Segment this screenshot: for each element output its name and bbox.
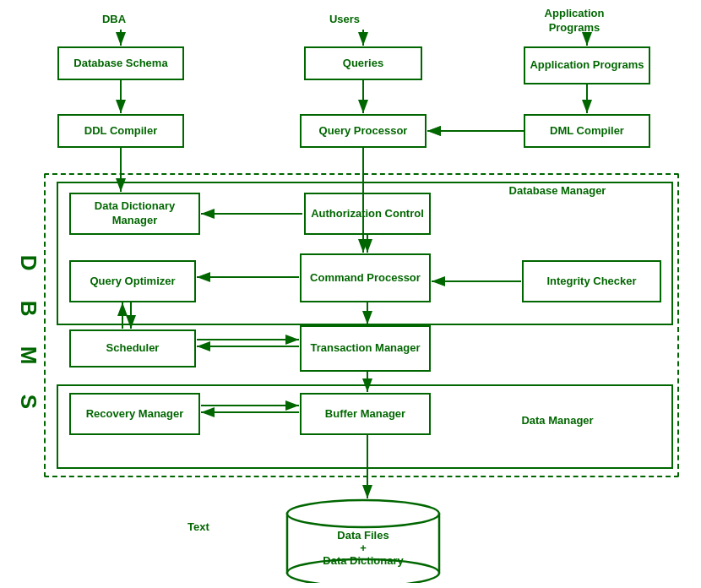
app-programs-top-label: Application Programs xyxy=(524,7,625,35)
queries-box: Queries xyxy=(304,46,422,80)
recovery-manager-box: Recovery Manager xyxy=(69,393,200,435)
data-dict-manager-box: Data Dictionary Manager xyxy=(69,193,200,235)
users-label: Users xyxy=(311,13,378,25)
query-optimizer-box: Query Optimizer xyxy=(69,260,196,302)
scheduler-box: Scheduler xyxy=(69,329,196,368)
svg-text:Data Dictionary: Data Dictionary xyxy=(323,554,404,567)
svg-text:+: + xyxy=(360,542,367,554)
command-processor-box: Command Processor xyxy=(300,253,431,302)
dbms-label: D B M S xyxy=(12,211,46,465)
text-label: Text xyxy=(165,520,232,533)
dml-compiler-box: DML Compiler xyxy=(524,114,650,148)
data-files-cylinder: Data Files + Data Dictionary xyxy=(279,498,448,583)
auth-control-box: Authorization Control xyxy=(304,193,431,235)
integrity-checker-box: Integrity Checker xyxy=(522,260,661,302)
query-processor-box: Query Processor xyxy=(300,114,427,148)
svg-text:Data Files: Data Files xyxy=(337,529,389,542)
transaction-manager-box: Transaction Manager xyxy=(300,325,431,372)
db-manager-label: Database Manager xyxy=(481,184,633,197)
database-schema-box: Database Schema xyxy=(57,46,184,80)
ddl-compiler-box: DDL Compiler xyxy=(57,114,184,148)
buffer-manager-box: Buffer Manager xyxy=(300,393,431,435)
svg-point-1 xyxy=(287,500,439,527)
dba-label: DBA xyxy=(80,13,148,25)
app-programs-box: Application Programs xyxy=(524,46,650,84)
diagram: D B M S DBA Users Application Programs D… xyxy=(0,0,701,588)
data-manager-label: Data Manager xyxy=(481,414,633,427)
